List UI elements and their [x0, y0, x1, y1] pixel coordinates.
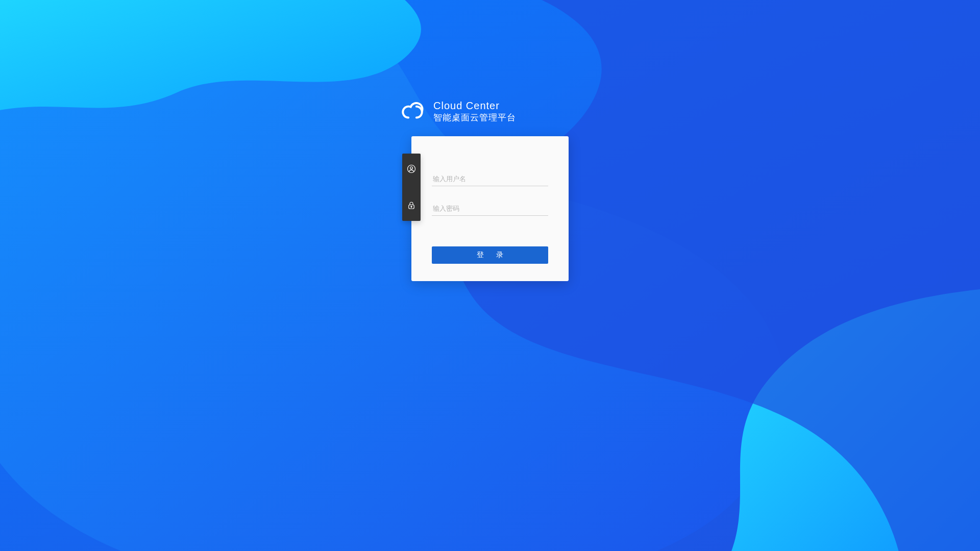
brand-title-en: Cloud Center — [433, 99, 516, 112]
login-card: 登 录 — [411, 136, 569, 281]
lock-icon — [406, 201, 416, 211]
user-icon — [406, 164, 416, 174]
svg-point-4 — [411, 206, 412, 207]
password-input[interactable] — [432, 202, 548, 216]
brand: Cloud Center 智能桌面云管理平台 — [400, 99, 516, 123]
cloud-logo-icon — [400, 101, 425, 121]
brand-title-cn: 智能桌面云管理平台 — [433, 112, 516, 123]
login-icon-rail — [402, 154, 421, 221]
svg-point-2 — [410, 167, 413, 169]
login-button[interactable]: 登 录 — [432, 246, 548, 264]
username-input[interactable] — [432, 172, 548, 186]
